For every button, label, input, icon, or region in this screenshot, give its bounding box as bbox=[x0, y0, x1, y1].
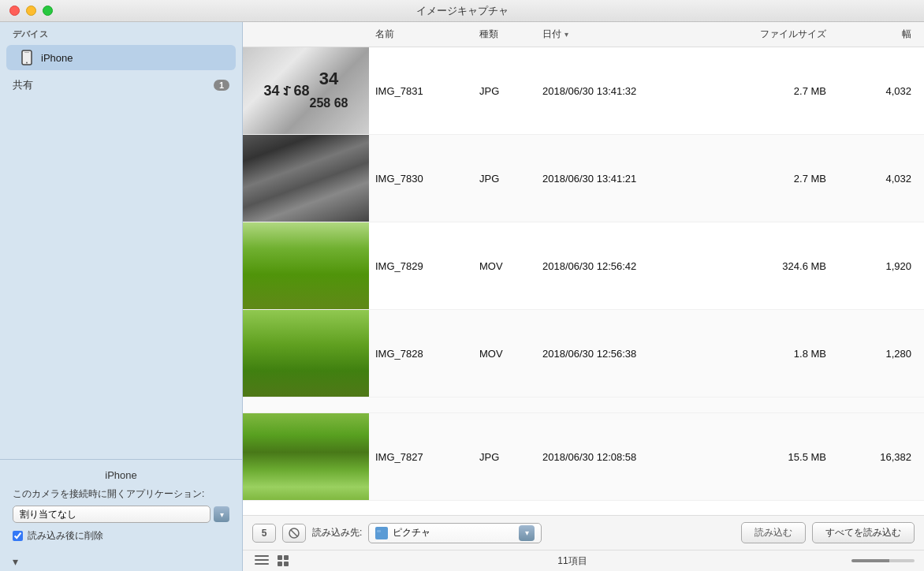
thumb-img-1: 34258 68 bbox=[243, 47, 369, 134]
file-type: MOV bbox=[479, 348, 542, 360]
file-width: 1,920 bbox=[826, 260, 924, 272]
window-title: イメージキャプチャ bbox=[416, 4, 509, 18]
expand-row: ▾ bbox=[0, 552, 242, 571]
stop-button[interactable] bbox=[282, 524, 306, 543]
file-size: 1.8 MB bbox=[732, 348, 826, 360]
thumb-img-5 bbox=[243, 413, 369, 500]
svg-rect-9 bbox=[255, 563, 269, 565]
file-list: 34258 68 IMG_7831 JPG 2018/06/30 13:41:3… bbox=[243, 47, 924, 515]
shared-label: 共有 bbox=[13, 78, 33, 92]
zoom-slider[interactable] bbox=[851, 559, 915, 562]
table-row[interactable]: IMG_7828 MOV 2018/06/30 12:56:38 1.8 MB … bbox=[243, 310, 924, 397]
minimize-button[interactable] bbox=[26, 6, 36, 16]
close-button[interactable] bbox=[9, 6, 20, 16]
svg-rect-6 bbox=[377, 530, 381, 532]
file-type: MOV bbox=[479, 260, 542, 272]
main-container: デバイス iPhone 共有 1 iPhone このカメラを接続時に開くアプリケ… bbox=[0, 22, 924, 571]
file-name: IMG_7827 bbox=[369, 451, 479, 463]
file-type: JPG bbox=[479, 451, 542, 463]
file-date: 2018/06/30 12:56:38 bbox=[542, 348, 732, 360]
list-view-button[interactable] bbox=[252, 554, 271, 568]
count-button[interactable]: 5 bbox=[252, 524, 276, 543]
status-count: 11項目 bbox=[300, 554, 845, 568]
col-size-header[interactable]: ファイルサイズ bbox=[732, 28, 826, 41]
file-size: 324.6 MB bbox=[732, 260, 826, 272]
delete-label: 読み込み後に削除 bbox=[28, 529, 103, 543]
thumbnail: 34258 68 bbox=[243, 47, 369, 134]
file-date: 2018/06/30 13:41:21 bbox=[542, 173, 732, 185]
file-date: 2018/06/30 13:41:32 bbox=[542, 85, 732, 97]
expand-icon[interactable]: ▾ bbox=[13, 555, 18, 568]
svg-rect-8 bbox=[255, 559, 269, 561]
sidebar-bottom: iPhone このカメラを接続時に開くアプリケーション: 割り当てなし ▾ 読み… bbox=[0, 459, 242, 552]
folder-icon bbox=[375, 527, 388, 539]
file-type: JPG bbox=[479, 173, 542, 185]
view-buttons bbox=[252, 554, 293, 568]
import-button[interactable]: 読み込む bbox=[741, 522, 806, 543]
app-label: このカメラを接続時に開くアプリケーション: bbox=[13, 487, 229, 501]
separator-row bbox=[243, 397, 924, 413]
file-name: IMG_7829 bbox=[369, 260, 479, 272]
file-date: 2018/06/30 12:56:42 bbox=[542, 260, 732, 272]
svg-rect-10 bbox=[278, 555, 282, 560]
svg-rect-11 bbox=[284, 555, 289, 560]
file-width: 16,382 bbox=[826, 451, 924, 463]
import-dest-label: 読み込み先: bbox=[312, 526, 362, 539]
col-date-header[interactable]: 日付 ▾ bbox=[542, 28, 732, 41]
table-row[interactable]: IMG_7829 MOV 2018/06/30 12:56:42 324.6 M… bbox=[243, 222, 924, 310]
iphone-icon bbox=[19, 50, 35, 65]
table-row[interactable]: IMG_7830 JPG 2018/06/30 13:41:21 2.7 MB … bbox=[243, 135, 924, 222]
col-type-header[interactable]: 種類 bbox=[479, 28, 542, 41]
delete-checkbox-row: 読み込み後に削除 bbox=[13, 529, 229, 543]
select-row: 割り当てなし ▾ bbox=[13, 506, 229, 523]
thumbnail bbox=[243, 135, 369, 222]
grid-view-button[interactable] bbox=[274, 554, 293, 568]
select-arrow-icon[interactable]: ▾ bbox=[214, 506, 229, 522]
col-width-header[interactable]: 幅 bbox=[826, 28, 924, 41]
file-size: 2.7 MB bbox=[732, 173, 826, 185]
dest-text: ピクチャ bbox=[393, 526, 516, 539]
app-select[interactable]: 割り当てなし bbox=[13, 506, 211, 523]
svg-rect-2 bbox=[24, 52, 29, 53]
sidebar-item-iphone[interactable]: iPhone bbox=[6, 45, 236, 70]
svg-line-4 bbox=[291, 530, 297, 536]
thumbnail bbox=[243, 222, 369, 309]
titlebar: イメージキャプチャ bbox=[0, 0, 924, 22]
sidebar: デバイス iPhone 共有 1 iPhone このカメラを接続時に開くアプリケ… bbox=[0, 22, 243, 571]
import-all-button[interactable]: すべてを読み込む bbox=[812, 522, 915, 543]
svg-rect-13 bbox=[284, 562, 289, 566]
file-name: IMG_7828 bbox=[369, 348, 479, 360]
window-controls[interactable] bbox=[9, 6, 53, 16]
content-area: 名前 種類 日付 ▾ ファイルサイズ 幅 34258 68 IMG_7831 J… bbox=[243, 22, 924, 571]
status-bar: 11項目 bbox=[243, 550, 924, 571]
thumb-img-4 bbox=[243, 310, 369, 397]
table-row[interactable]: 34258 68 IMG_7831 JPG 2018/06/30 13:41:3… bbox=[243, 47, 924, 135]
delete-checkbox[interactable] bbox=[13, 531, 23, 541]
iphone-label: iPhone bbox=[41, 52, 73, 64]
maximize-button[interactable] bbox=[43, 6, 53, 16]
thumb-img-3 bbox=[243, 222, 369, 309]
table-row[interactable]: IMG_7827 JPG 2018/06/30 12:08:58 15.5 MB… bbox=[243, 413, 924, 501]
import-dest-field: ピクチャ ▾ bbox=[368, 523, 542, 543]
file-name: IMG_7831 bbox=[369, 85, 479, 97]
col-name-header[interactable]: 名前 bbox=[369, 28, 479, 41]
thumbnail bbox=[243, 310, 369, 397]
file-size: 2.7 MB bbox=[732, 85, 826, 97]
dest-dropdown-icon[interactable]: ▾ bbox=[519, 525, 535, 541]
shared-badge: 1 bbox=[214, 80, 229, 91]
file-width: 4,032 bbox=[826, 85, 924, 97]
file-width: 4,032 bbox=[826, 173, 924, 185]
thumbnail bbox=[243, 413, 369, 500]
column-headers: 名前 種類 日付 ▾ ファイルサイズ 幅 bbox=[243, 22, 924, 47]
devices-header: デバイス bbox=[0, 22, 242, 43]
file-type: JPG bbox=[479, 85, 542, 97]
shared-row: 共有 1 bbox=[0, 72, 242, 99]
file-size: 15.5 MB bbox=[732, 451, 826, 463]
sidebar-device-name: iPhone bbox=[13, 469, 229, 481]
svg-point-1 bbox=[26, 62, 28, 64]
svg-rect-12 bbox=[278, 562, 282, 566]
thumb-img-2 bbox=[243, 135, 369, 222]
file-width: 1,280 bbox=[826, 348, 924, 360]
bottom-toolbar: 5 読み込み先: ピクチャ ▾ 読み込む すべてを bbox=[243, 515, 924, 550]
file-name: IMG_7830 bbox=[369, 173, 479, 185]
